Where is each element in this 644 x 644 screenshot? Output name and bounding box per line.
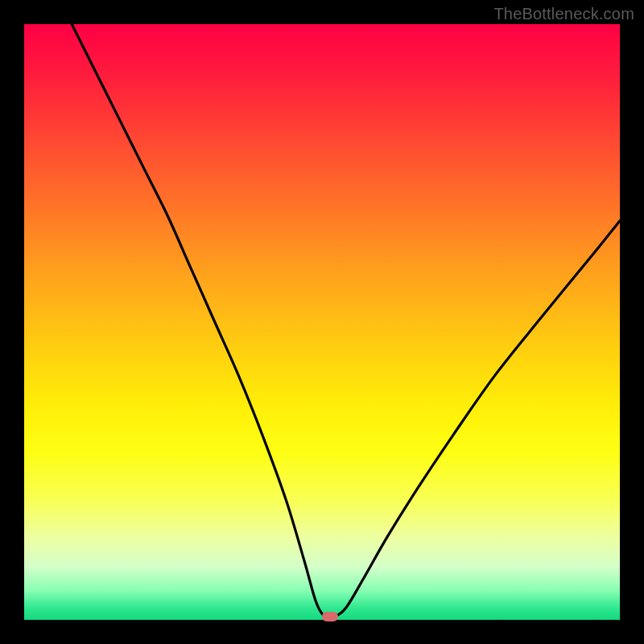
chart-stage: TheBottleneck.com xyxy=(0,0,644,644)
attribution-text: TheBottleneck.com xyxy=(493,5,634,23)
minimum-marker xyxy=(322,612,338,621)
bottleneck-curve xyxy=(24,24,620,620)
plot-area xyxy=(24,24,620,620)
